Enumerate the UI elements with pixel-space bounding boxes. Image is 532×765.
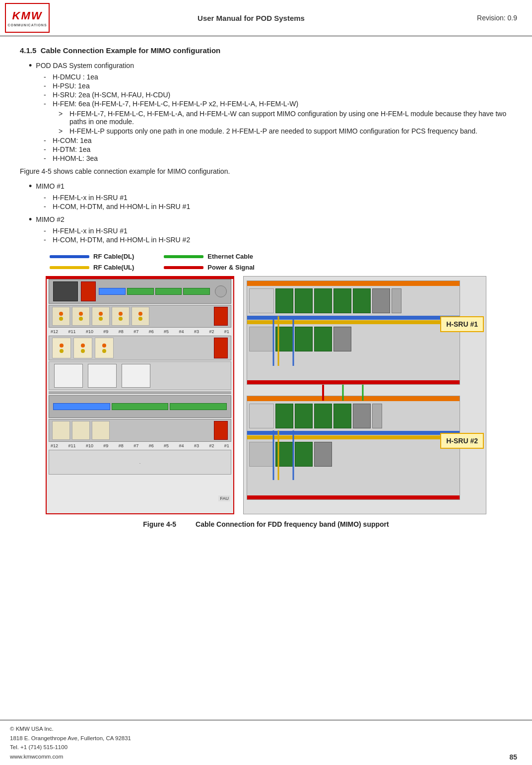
legend-ethernet: Ethernet Cable: [164, 253, 255, 260]
mimo2-dash-text-2: H-COM, H-DTM, and H-HOM-L in H-SRU #2: [53, 236, 190, 244]
figure-ref-text: Figure 4-5 shows cable connection exampl…: [20, 167, 512, 175]
fem-row-2: [49, 336, 231, 360]
sru1-mod2-1: [275, 327, 293, 351]
number-row-2: #12#11#10#9#8#7#6#5#4#3#2#1: [47, 443, 233, 449]
sru2-mod2-2: [295, 442, 313, 467]
sru2-label: H-SRU #2: [440, 433, 484, 449]
bullet-item-mimo1: • MIMO #1: [29, 182, 512, 192]
sru1-mod2-3: [314, 327, 332, 351]
rf-dl-line: [50, 255, 89, 258]
figure-caption: Figure 4-5 Cable Connection for FDD freq…: [20, 520, 512, 528]
fem-unit-3: [92, 307, 110, 326]
rack-bottom-section: .: [49, 450, 231, 475]
rack-bottom-text: .: [139, 460, 141, 465]
sru1-module-row-2: [247, 325, 460, 353]
hom-unit-2: [88, 364, 117, 388]
fem2-unit-2: [73, 338, 92, 358]
sru1-label: H-SRU #1: [440, 316, 484, 332]
main-content: 4.1.5 Cable Connection Example for MIMO …: [0, 36, 532, 548]
sru1-left-panel-2: [249, 327, 274, 351]
logo-sub: COMMUNICATIONS: [7, 23, 47, 27]
sru1-mod2-gray: [333, 327, 351, 351]
legend-rf-ul: RF Cable(UL): [50, 264, 134, 271]
unit-circle: [215, 285, 227, 297]
logo-area: KMW COMMUNICATIONS: [5, 3, 50, 33]
fem2-unit-3: [95, 338, 114, 358]
dash-3: -: [44, 91, 49, 99]
sru2-left-panel: [249, 404, 274, 428]
arrow-1: >: [59, 110, 66, 118]
fem2-red: [214, 338, 228, 358]
bullet-dot-1: •: [29, 61, 32, 71]
sru1-mod-1: [275, 288, 293, 313]
figure-number: Figure 4-5: [143, 520, 176, 528]
cable-green3: [183, 288, 210, 295]
dash-4: -: [44, 100, 49, 108]
rf-ul-line: [50, 266, 89, 269]
fem-unit-5: [132, 307, 149, 326]
fem-row-bot: [49, 419, 231, 442]
sru2-module-row-2: [247, 440, 460, 469]
sru2-mod-2: [295, 404, 313, 428]
hom-row-1: [49, 361, 231, 390]
sru2-block: [247, 396, 460, 500]
footer-left: © KMW USA Inc. 1818 E. Orangethrope Ave,…: [10, 724, 131, 761]
dash-6: -: [44, 145, 49, 153]
fem-unit-2: [72, 307, 90, 326]
fem-dot-y3: [99, 317, 103, 321]
sru1-mod-5: [353, 288, 371, 313]
fem-dot-o1: [59, 312, 63, 316]
logo-kmw: KMW: [12, 9, 43, 22]
fau-label: FAU: [218, 495, 230, 501]
dash-text-dtm: H-DTM: 1ea: [53, 145, 90, 153]
dash-7: -: [44, 154, 49, 162]
sru1-gray-mod: [372, 288, 390, 313]
sru2-left-panel-2: [249, 442, 274, 467]
fem-indicator-red: [214, 307, 228, 326]
rack-divider: [49, 391, 231, 394]
sru2-orange-strip: [247, 396, 460, 401]
dash-item-com: - H-COM: 1ea: [44, 137, 512, 144]
mimo2-dash-2: - H-COM, H-DTM, and H-HOM-L in H-SRU #2: [44, 236, 512, 244]
dash-text-psu: H-PSU: 1ea: [53, 82, 90, 90]
footer-company: © KMW USA Inc.: [10, 724, 131, 733]
mimo1-dash-2: - H-COM, H-DTM, and H-HOM-L in H-SRU #1: [44, 203, 512, 210]
sub-arrow-1: > H-FEM-L-7, H-FEM-L-C, H-FEM-L-A, and H…: [59, 110, 512, 126]
arrow-text-1: H-FEM-L-7, H-FEM-L-C, H-FEM-L-A, and H-F…: [69, 110, 512, 126]
mimo1-dash-text-1: H-FEM-L-x in H-SRU #1: [53, 194, 128, 202]
power-label: Power & Signal: [207, 264, 255, 271]
section-heading: Cable Connection Example for MIMO config…: [41, 46, 221, 55]
rack-header-unit: [49, 279, 231, 304]
dash-item-fem: - H-FEM: 6ea (H-FEM-L-7, H-FEM-L-C, H-FE…: [44, 100, 512, 108]
sru1-orange-strip: [247, 281, 460, 286]
bullet-text-mimo1: MIMO #1: [36, 182, 65, 190]
fem-bot-1: [52, 421, 70, 440]
unit-red: [81, 281, 96, 301]
dash-2: -: [44, 82, 49, 90]
ethernet-line: [164, 255, 203, 258]
legend-col-right: Ethernet Cable Power & Signal: [164, 253, 255, 271]
dash-list-1: - H-DMCU : 1ea - H-PSU: 1ea - H-SRU: 2ea…: [44, 73, 512, 162]
bullet-item-1: • POD DAS System configuration: [29, 62, 512, 71]
fem-dot-y5: [138, 317, 142, 321]
dash-item-hom: - H-HOM-L: 3ea: [44, 154, 512, 162]
fem-unit-4: [112, 307, 130, 326]
bullet-block-mimo2: • MIMO #2 - H-FEM-L-x in H-SRU #1 - H-CO…: [29, 215, 512, 244]
sru2-module-row: [247, 402, 460, 430]
left-rack-diagram: #12#11#10#9#8#7#6#5#4#3#2#1: [46, 276, 234, 514]
dash-item-dmcu: - H-DMCU : 1ea: [44, 73, 512, 81]
mimo2-dash-1: - H-FEM-L-x in H-SRU #1: [44, 227, 512, 235]
sru1-mod-4: [333, 288, 351, 313]
dash-text-dmcu: H-DMCU : 1ea: [53, 73, 98, 81]
sru2-red-strip: [247, 495, 460, 499]
fem-dot-y1: [59, 317, 63, 321]
sru2-yellow-strip: [247, 435, 460, 439]
figure-caption-text: Cable Connection for FDD frequency band …: [196, 520, 389, 528]
fem-dot-o5: [138, 312, 142, 316]
sub-arrow-2: > H-FEM-L-P supports only one path in on…: [59, 127, 512, 135]
cable-green2: [155, 288, 182, 295]
dash-list-mimo1: - H-FEM-L-x in H-SRU #1 - H-COM, H-DTM, …: [44, 194, 512, 210]
mimo1-dash-text-2: H-COM, H-DTM, and H-HOM-L in H-SRU #1: [53, 203, 190, 210]
fem-dot-y2: [79, 317, 83, 321]
sru2-right-panel: [372, 404, 382, 428]
